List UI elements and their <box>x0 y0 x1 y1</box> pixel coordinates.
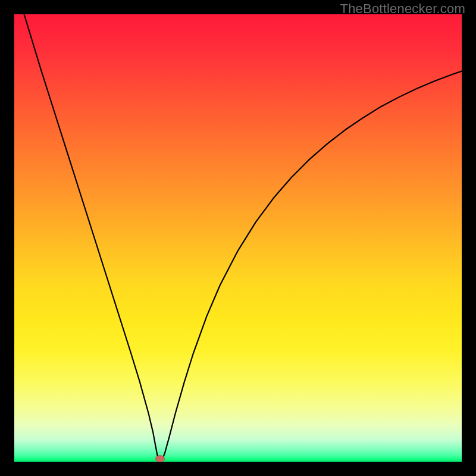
chart-curve <box>14 14 462 462</box>
chart-frame: TheBottlenecker.com <box>0 0 476 476</box>
watermark-text: TheBottlenecker.com <box>340 1 465 17</box>
optimal-point-marker <box>155 455 165 462</box>
bottleneck-curve-path <box>24 14 462 460</box>
chart-plot-area <box>14 14 462 462</box>
